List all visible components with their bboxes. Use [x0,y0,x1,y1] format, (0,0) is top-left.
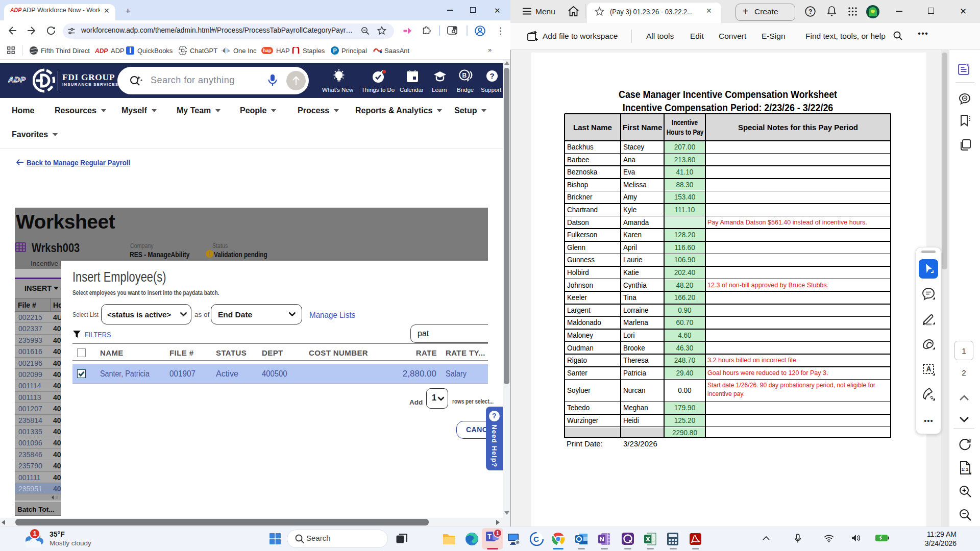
svg-text:A: A [926,365,932,373]
svg-text:?: ? [490,71,495,80]
svg-text:ADP: ADP [10,7,22,14]
svg-text:B: B [462,72,467,79]
svg-text:?: ? [808,8,812,15]
svg-text:1:1: 1:1 [962,466,969,472]
svg-text:C: C [533,535,539,543]
svg-text:ADP: ADP [8,75,26,84]
svg-text:P: P [333,47,337,54]
svg-text:ADP: ADP [95,47,108,54]
